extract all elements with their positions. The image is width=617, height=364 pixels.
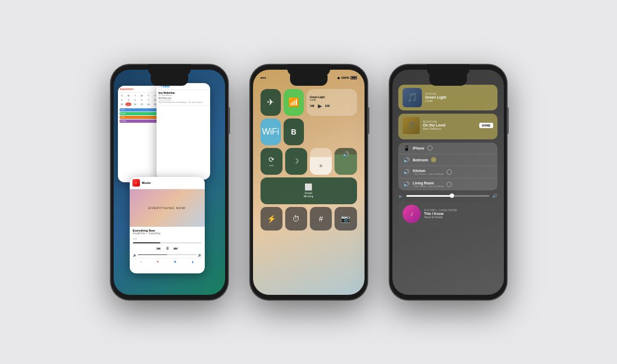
bedroom-check[interactable] [431,157,436,162]
device-name-kitchen: Kitchen ♪ This I Know — Hanni El Khatib [413,169,444,175]
cc-play[interactable]: ▶ [318,103,322,109]
camera-tile[interactable]: 📷 [334,207,356,231]
music-info: Everything Now Arcade Fire — Everything [130,227,205,237]
now-playing-card: 🎵 IPHONE Green Light Lorde [398,85,497,110]
ap-vol-track[interactable] [406,195,489,197]
airplane-tile[interactable]: ✈ [261,89,281,116]
volume-slider[interactable]: 🔊 [334,148,356,175]
timer-tile[interactable]: ⏱ [285,207,307,231]
phone-2-screen: ●●● ✱ 100% ✈ [253,70,365,295]
screen-mirroring-tile[interactable]: ⬜ ScreenMirroring [261,177,357,204]
kitchen-label: Kitchen [413,169,444,173]
cc-signal: ●●● [261,76,266,80]
music-progress-fill [133,242,160,243]
cc-row2: ⟳ Lock ☽ ☀ [261,148,357,175]
album-art-icon: 🎵 [407,92,418,102]
device-row-bedroom[interactable]: 🔊 Bedroom [398,154,497,166]
device-row-kitchen[interactable]: 🔊 Kitchen ♪ This I Know — Hanni El Khati… [398,166,497,179]
iphone-check[interactable] [427,145,433,151]
battery-icon [351,76,357,79]
notch-3 [429,75,467,86]
volume-speaker-icon: 🔊 [343,151,349,157]
device-row-livingroom[interactable]: 🔊 Living Room ♪ This I Know — Hanni El K… [398,179,497,190]
mail-card[interactable]: ‹ < Inbox Izzy Weberbac To: John Bishop … [157,83,210,180]
cc-grid: ✈ 📶 WiFi B [261,89,357,231]
add-icon[interactable]: + [140,260,142,264]
livingroom-label: Living Room [413,181,444,185]
airplay-screen: 🎵 IPHONE Green Light Lorde 🎵 BEDROOM On … [392,70,504,295]
notch-1 [151,75,188,86]
calendar-month: September [120,87,134,91]
device-name-bedroom: Bedroom [413,158,428,162]
cc-right-status: ✱ 100% [337,76,356,80]
calculator-tile[interactable]: # [310,207,332,231]
heart-icon[interactable]: ♥ [157,260,159,264]
cc-row1: ✈ 📶 WiFi B [261,89,357,145]
wifi-tile[interactable]: WiFi [261,118,281,145]
music-progress-bar[interactable] [133,242,202,243]
bottom-artist: Hanni El Khatib [424,216,493,219]
lock-rotation-tile[interactable]: ⟳ Lock [261,148,283,175]
flashlight-tile[interactable]: ⚡ [261,207,283,231]
music-app-icon: ♪ [132,179,140,187]
lock-rotation-icon: ⟳ [269,155,274,164]
prev-button[interactable]: ⏮ [157,246,161,251]
music-footer: + ♥ ⚑ ⬇ [130,258,205,265]
battery-fill [352,77,356,78]
notch-2 [290,75,328,86]
phone-1: September SM TW TF S 34 56 78 9 10 11 12… [110,64,228,300]
volume-icon-area: 🔊 [334,151,356,157]
timer-icon: ⏱ [292,214,300,223]
screen-mirroring-label: ScreenMirroring [304,192,314,198]
bedroom-label: Bedroom [413,158,428,162]
mail-preview: Hey! Yesterday was an amazing ti... the … [159,101,208,104]
control-center-screen: ●●● ✱ 100% ✈ [253,70,365,295]
phone-3-screen: 🎵 IPHONE Green Light Lorde 🎵 BEDROOM On … [392,70,504,295]
brightness-fill: ☀ [310,157,332,175]
now-playing-info: IPHONE Green Light Lorde [425,92,493,102]
music-app-label: Music [142,181,151,184]
pause-button[interactable]: ⏸ [165,246,169,251]
bluetooth-tile[interactable]: B [284,118,304,145]
do-not-disturb-tile[interactable]: ☽ [285,148,307,175]
vol-max-icon: 🔊 [198,253,202,257]
camera-icon: 📷 [341,214,350,223]
brightness-sun-icon: ☀ [318,163,323,169]
bottom-art-icon: ♪ [410,210,413,218]
download-icon[interactable]: ⬇ [191,260,194,264]
cc-track-artist: Lorde [310,99,354,101]
music-artist: Arcade Fire — Everything [133,232,202,235]
livingroom-check[interactable] [447,182,452,187]
bottom-title: This I Know [424,212,493,216]
bedroom-title: On the Level [423,123,476,127]
vol-min-icon: 🔈 [133,253,137,257]
bedroom-art: 🎵 [403,117,420,134]
airplay-device-list: 📱 iPhone 🔊 Bedroom 🔊 [398,143,497,190]
next-button[interactable]: ⏭ [174,246,178,251]
flag-icon[interactable]: ⚑ [174,260,176,264]
kitchen-check[interactable] [447,169,452,175]
cc-battery: 100% [341,76,349,79]
volume-track[interactable] [138,254,197,255]
cc-row4: ⚡ ⏱ # 📷 [261,207,357,231]
phone-2: ●●● ✱ 100% ✈ [250,64,368,300]
cellular-tile[interactable]: 📶 [284,89,304,116]
cc-prev[interactable]: ⏮ [310,103,315,109]
cc-next[interactable]: ⏭ [325,103,330,109]
bottom-playing-card: ♪ KITCHEN + LIVING ROOM This I Know Hann… [398,202,497,226]
bedroom-header: 🎵 BEDROOM On the Level Mac DeMarco DONE [403,117,493,134]
kitchen-speaker-icon: 🔊 [403,169,410,175]
bedroom-card: 🎵 BEDROOM On the Level Mac DeMarco DONE [398,114,497,139]
music-header: ♪ Music [130,177,205,189]
device-row-iphone[interactable]: 📱 iPhone [398,143,497,154]
cc-music-widget[interactable]: Green Light Lorde ⏮ ▶ ⏭ [307,89,357,116]
music-controls: ⏮ ⏸ ⏭ [130,245,205,252]
ap-vol-thumb[interactable] [450,194,454,198]
ap-vol-fill [406,195,452,197]
music-card[interactable]: ♪ Music EVERYTHING NOW Everything Now Ar… [130,177,205,273]
album-art-now-playing: 🎵 [403,88,422,107]
brightness-slider[interactable]: ☀ [310,148,332,175]
airplay-volume: 🔈 🔊 [398,194,497,198]
done-button[interactable]: DONE [479,123,493,128]
screen-mirror-icon: ⬜ [304,183,313,191]
